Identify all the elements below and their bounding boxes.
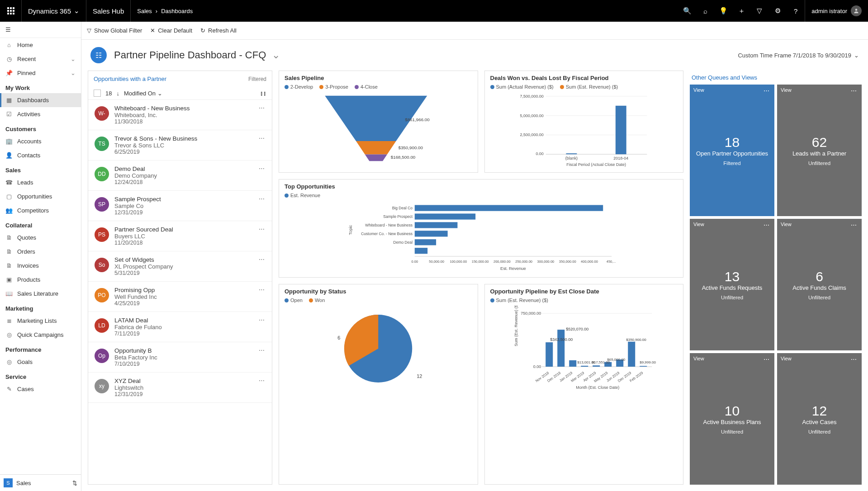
nav-leads[interactable]: ☎Leads	[0, 175, 81, 189]
opportunity-pipeline-chart[interactable]: Opportunity Pipeline by Est Close Date S…	[484, 284, 684, 485]
nav-goals[interactable]: ◎Goals	[0, 355, 81, 369]
tile-view-link[interactable]: View	[781, 87, 792, 93]
sort-column-dropdown[interactable]: Modified On ⌄	[124, 90, 162, 97]
deals-svg: 7,500,000.00 5,000,000.00 2,500,000.00 0…	[490, 92, 678, 168]
opportunity-date: 12/31/2019	[114, 209, 161, 216]
opportunity-row[interactable]: SP Sample Prospect Sample Co 12/31/2019 …	[88, 191, 272, 221]
assistant-icon[interactable]: 💡	[714, 0, 732, 22]
deals-won-lost-chart[interactable]: Deals Won vs. Deals Lost By Fiscal Perio…	[484, 71, 684, 173]
select-all-icon[interactable]	[94, 90, 101, 97]
app-launcher-icon[interactable]	[0, 0, 22, 22]
more-icon[interactable]: ⋯	[259, 286, 265, 293]
nav-home[interactable]: ⌂Home	[0, 38, 81, 52]
opportunity-row[interactable]: Op Opportunity B Beta Factory Inc 7/10/2…	[88, 342, 272, 373]
refresh-all-button[interactable]: ↻Refresh All	[200, 27, 237, 34]
more-icon[interactable]: ⋯	[259, 256, 265, 263]
nav-quotes[interactable]: 🗎Quotes	[0, 231, 81, 245]
tile-view-link[interactable]: View	[781, 222, 792, 227]
svg-marker-11	[356, 141, 396, 154]
brand-menu[interactable]: Dynamics 365⌄	[22, 0, 86, 22]
queue-tile[interactable]: View ⋯ 6 Active Funds Claims Unfiltered	[777, 219, 862, 350]
opportunity-row[interactable]: TS Trevor & Sons - New Business Trevor &…	[88, 130, 272, 161]
other-queues-title[interactable]: Other Queues and Views	[690, 71, 862, 85]
opportunity-row[interactable]: W- Whiteboard - New Business Whiteboard,…	[88, 100, 272, 130]
tile-more-icon[interactable]: ⋯	[764, 356, 770, 363]
queue-tile[interactable]: View ⋯ 13 Active Funds Requests Unfilter…	[690, 219, 774, 350]
search-icon[interactable]: 🔍	[678, 0, 696, 22]
area-switcher[interactable]: S Sales ⇅	[0, 474, 81, 491]
top-opportunities-chart[interactable]: Top Opportunities Est. Revenue Topic Big…	[279, 179, 683, 278]
queue-tile[interactable]: View ⋯ 12 Active Cases Unfiltered	[777, 353, 862, 485]
svg-text:Big Deal Co: Big Deal Co	[392, 206, 413, 210]
task-icon[interactable]: ⌕	[696, 0, 714, 22]
sales-pipeline-chart[interactable]: Sales Pipeline 2-Develop3-Propose4-Close…	[279, 71, 478, 173]
show-global-filter-button[interactable]: ▽Show Global Filter	[87, 27, 142, 34]
nav-cases[interactable]: ✎Cases	[0, 382, 81, 396]
filter-icon[interactable]: ▽	[750, 0, 768, 22]
command-bar: ▽Show Global Filter ✕Clear Default ↻Refr…	[81, 22, 868, 40]
opportunity-row[interactable]: xy XYZ Deal Lightswitch 12/31/2019 ⋯	[88, 373, 272, 403]
dashboard-title[interactable]: Partner Pipeline Dashboard - CFQ ⌄	[114, 49, 280, 61]
hamburger-icon[interactable]: ☰	[0, 22, 81, 38]
help-icon[interactable]: ?	[787, 0, 805, 22]
tile-more-icon[interactable]: ⋯	[851, 356, 857, 363]
tile-more-icon[interactable]: ⋯	[764, 87, 770, 94]
settings-icon[interactable]: ⚙	[768, 0, 787, 22]
opportunities-title[interactable]: Opportunities with a Partner	[94, 76, 166, 82]
app-name[interactable]: Sales Hub	[86, 0, 131, 22]
tile-more-icon[interactable]: ⋯	[851, 222, 857, 228]
opportunity-row[interactable]: PO Promising Opp Well Funded Inc 4/25/20…	[88, 282, 272, 312]
more-icon[interactable]: ⋯	[259, 377, 265, 384]
nav-sales-literature[interactable]: 📖Sales Literature	[0, 287, 81, 301]
nav-dashboards[interactable]: ▦Dashboards	[0, 93, 81, 107]
nav-competitors[interactable]: 👥Competitors	[0, 203, 81, 217]
tile-view-link[interactable]: View	[781, 356, 792, 361]
sort-arrow-icon[interactable]: ↓	[116, 90, 119, 97]
more-icon[interactable]: ⋯	[259, 316, 265, 323]
svg-text:6: 6	[337, 335, 340, 340]
add-icon[interactable]: ＋	[732, 0, 750, 22]
opportunities-panel: Opportunities with a Partner Filtered 18…	[88, 71, 272, 485]
tile-more-icon[interactable]: ⋯	[764, 222, 770, 228]
svg-text:$350,900.00: $350,900.00	[626, 338, 646, 342]
nav-contacts[interactable]: 👤Contacts	[0, 148, 81, 162]
nav-orders[interactable]: 🗎Orders	[0, 245, 81, 259]
more-icon[interactable]: ⋯	[259, 195, 265, 202]
queue-tile[interactable]: View ⋯ 62 Leads with a Partner Unfiltere…	[777, 85, 862, 216]
tile-view-link[interactable]: View	[693, 356, 704, 361]
opportunity-row[interactable]: LD LATAM Deal Fabrica de Fulano 7/11/201…	[88, 312, 272, 342]
queue-tile[interactable]: View ⋯ 10 Active Business Plans Unfilter…	[690, 353, 774, 485]
opportunity-row[interactable]: DD Demo Deal Demo Company 12/24/2018 ⋯	[88, 161, 272, 191]
more-icon[interactable]: ⋯	[259, 347, 265, 354]
more-icon[interactable]: ⋯	[259, 104, 265, 111]
queue-tile[interactable]: View ⋯ 18 Open Partner Opportunities Fil…	[690, 85, 774, 216]
timeframe-dropdown[interactable]: Custom Time Frame 7/1/2018 To 9/30/2019⌄	[738, 52, 859, 59]
nav-accounts[interactable]: 🏢Accounts	[0, 134, 81, 148]
nav-marketing-lists[interactable]: ≣Marketing Lists	[0, 314, 81, 328]
user-menu[interactable]: admin istrator	[805, 0, 868, 22]
view-options-icon[interactable]: ⫿⫿	[260, 90, 266, 97]
tile-view-link[interactable]: View	[693, 222, 704, 227]
opportunity-by-status-chart[interactable]: Opportunity by Status OpenWon 12 6	[279, 284, 478, 485]
opportunities-list[interactable]: W- Whiteboard - New Business Whiteboard,…	[88, 100, 272, 484]
opportunity-row[interactable]: So Set of Widgets XL Prospect Company 5/…	[88, 251, 272, 282]
svg-text:$350,900.00: $350,900.00	[398, 145, 423, 150]
more-icon[interactable]: ⋯	[259, 165, 265, 172]
nav-invoices[interactable]: 🗎Invoices	[0, 259, 81, 273]
nav-quick-campaigns[interactable]: ◎Quick Campaigns	[0, 328, 81, 342]
nav-pinned[interactable]: 📌Pinned⌄	[0, 66, 81, 80]
nav-products[interactable]: ▣Products	[0, 273, 81, 287]
more-icon[interactable]: ⋯	[259, 226, 265, 232]
nav-activities[interactable]: ☑Activities	[0, 107, 81, 121]
svg-text:Demo Deal: Demo Deal	[394, 240, 413, 245]
tile-more-icon[interactable]: ⋯	[851, 87, 857, 94]
svg-text:Month (Est. Close Date): Month (Est. Close Date)	[576, 385, 619, 390]
opportunity-row[interactable]: PS Partner Sourced Deal Buyers LLC 11/20…	[88, 221, 272, 251]
breadcrumb-root[interactable]: Sales	[137, 8, 152, 14]
more-icon[interactable]: ⋯	[259, 135, 265, 142]
nav-group-marketing: Marketing	[0, 301, 81, 314]
tile-view-link[interactable]: View	[693, 87, 704, 93]
nav-recent[interactable]: ◷Recent⌄	[0, 52, 81, 66]
clear-default-button[interactable]: ✕Clear Default	[150, 27, 192, 34]
nav-opportunities[interactable]: ▢Opportunities	[0, 189, 81, 203]
